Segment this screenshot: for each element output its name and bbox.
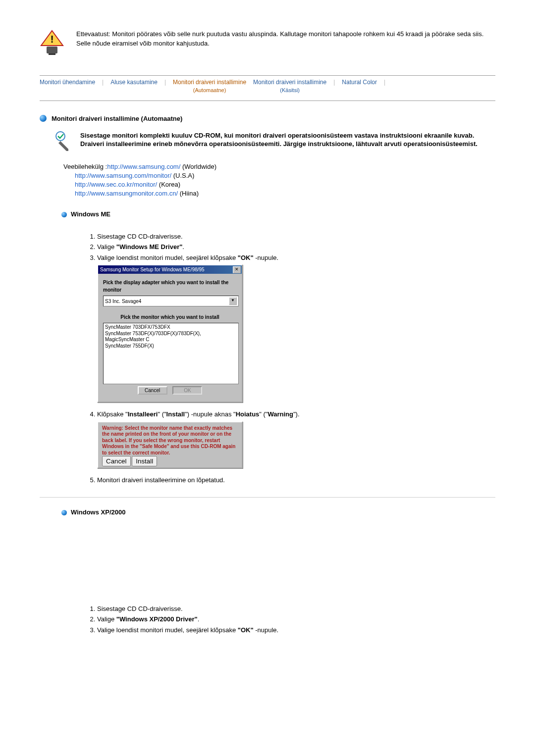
list-item[interactable]: SyncMaster 755DF(X) — [105, 343, 237, 350]
step-bold: Warning — [268, 410, 293, 418]
section-title: Monitori draiveri installimine (Automaat… — [52, 115, 182, 122]
step-bold: Hoiatus — [236, 410, 260, 418]
cancel-button[interactable]: Cancel — [138, 386, 167, 395]
subsection-title: Windows ME — [71, 210, 110, 218]
dialog-titlebar: Samsung Monitor Setup for Windows ME/98/… — [98, 265, 242, 274]
bullet-icon — [40, 115, 47, 122]
tab-install-driver-auto[interactable]: Monitori draiveri installimine (Automaat… — [173, 79, 246, 94]
step-item: Valige "Windows ME Driver". — [97, 242, 495, 252]
step-text: Valige — [97, 615, 116, 623]
adapter-combo[interactable]: S3 Inc. Savage4 ▼ — [103, 296, 239, 306]
dialog-title: Samsung Monitor Setup for Windows ME/98/… — [100, 266, 205, 273]
svg-text:!: ! — [51, 34, 54, 45]
instruction-text: Sisestage monitori komplekti kuuluv CD-R… — [80, 131, 495, 149]
section-windows-me: Windows ME Sisestage CD CD-draiverisse. … — [61, 210, 495, 485]
tab-sublabel: (Automaatne) — [173, 87, 246, 94]
step-text: Klõpsake " — [97, 410, 128, 418]
step-text: Valige — [97, 243, 116, 251]
step-item: Klõpsake "Installeeri" ("Install") -nupu… — [97, 409, 495, 468]
mouse-check-icon — [54, 131, 72, 154]
bullet-icon — [61, 510, 67, 515]
tabs: Monitori ühendamine | Aluse kasutamine |… — [40, 75, 495, 101]
step-item: Valige loendist monitori mudel, seejärel… — [97, 625, 495, 635]
step-item: Monitori draiveri installeerimine on lõp… — [97, 475, 495, 485]
step-text: ") -nupule aknas " — [185, 410, 235, 418]
caution-icon: ! — [40, 30, 64, 55]
caution-text: Ettevaatust: Monitori pöörates võib sell… — [76, 30, 495, 49]
web-link-worldwide[interactable]: http://www.samsung.com/ — [107, 163, 180, 170]
step-item: Valige loendist monitori mudel, seejärel… — [97, 253, 495, 403]
tab-natural-color[interactable]: Natural Color — [342, 79, 377, 87]
step-bold: "Windows ME Driver" — [116, 243, 183, 251]
step-item: Sisestage CD CD-draiverisse. — [97, 232, 495, 242]
tab-label: Monitori draiveri installimine — [173, 79, 246, 86]
steps-me: Sisestage CD CD-draiverisse. Valige "Win… — [83, 232, 495, 485]
tab-separator: | — [333, 79, 335, 86]
step-text: -nupule. — [254, 254, 279, 261]
step-bold: Install — [166, 410, 185, 418]
tab-connect-monitor[interactable]: Monitori ühendamine — [40, 79, 95, 87]
caution-row: ! Ettevaatust: Monitori pöörates võib se… — [40, 30, 495, 55]
instruction-row: Sisestage monitori komplekti kuuluv CD-R… — [54, 131, 495, 154]
divider — [40, 497, 495, 498]
web-region: (Worldwide) — [182, 163, 216, 170]
monitor-label: Pick the monitor which you want to insta… — [103, 313, 237, 321]
web-link-china[interactable]: http://www.samsungmonitor.com.cn/ — [75, 190, 178, 197]
step-text: "). — [293, 410, 300, 418]
step-text: Valige loendist monitori mudel, seejärel… — [97, 626, 238, 634]
step-bold: "Windows XP/2000 Driver" — [116, 615, 198, 623]
install-button[interactable]: Install — [132, 456, 157, 466]
bullet-icon — [61, 212, 67, 217]
chevron-down-icon[interactable]: ▼ — [229, 297, 237, 305]
step-text: -nupule. — [254, 626, 279, 634]
web-link-usa[interactable]: http://www.samsung.com/monitor/ — [75, 172, 171, 179]
monitor-listbox[interactable]: SyncMaster 703DFX/753DFX SyncMaster 753D… — [103, 323, 239, 384]
tab-separator: | — [384, 79, 385, 86]
warning-text: Warning: Select the monitor name that ex… — [102, 425, 238, 456]
subsection-title: Windows XP/2000 — [71, 508, 125, 516]
tab-label: Monitori draiveri installimine — [253, 79, 326, 86]
step-text: Sisestage CD CD-draiverisse. — [97, 233, 183, 240]
steps-xp: Sisestage CD CD-draiverisse. Valige "Win… — [83, 604, 495, 635]
step-text: " (" — [158, 410, 166, 418]
ok-button[interactable]: OK — [172, 386, 202, 395]
step-text: Sisestage CD CD-draiverisse. — [97, 605, 183, 612]
tab-separator: | — [164, 79, 166, 86]
list-item[interactable]: SyncMaster 703DFX/753DFX — [105, 324, 237, 331]
web-label: Veebilehekülg : — [63, 163, 107, 170]
step-bold: "OK" — [238, 254, 254, 261]
monitor-setup-dialog: Samsung Monitor Setup for Windows ME/98/… — [97, 264, 243, 403]
step-bold: "OK" — [238, 626, 254, 634]
step-text: " (" — [259, 410, 268, 418]
web-link-korea[interactable]: http://www.sec.co.kr/monitor/ — [75, 181, 157, 188]
step-bold: Installeeri — [128, 410, 158, 418]
web-region: (Korea) — [159, 181, 180, 188]
step-text: Valige loendist monitori mudel, seejärel… — [97, 254, 238, 261]
step-item: Sisestage CD CD-draiverisse. — [97, 604, 495, 614]
list-item[interactable]: SyncMaster 753DF(X)/703DF(X)/783DF(X), M… — [105, 331, 237, 343]
step-item: Valige "Windows XP/2000 Driver". — [97, 614, 495, 624]
svg-point-4 — [56, 132, 65, 141]
step-text: Monitori draiveri installeerimine on lõp… — [97, 476, 225, 484]
tab-install-driver-manual[interactable]: Monitori draiveri installimine (Käsitsi) — [253, 79, 326, 94]
web-links: Veebilehekülg :http://www.samsung.com/ (… — [63, 162, 495, 199]
web-region: (Hiina) — [180, 190, 199, 197]
section-windows-xp-2000: Windows XP/2000 Sisestage CD CD-draiveri… — [61, 508, 495, 635]
svg-rect-2 — [47, 47, 57, 53]
svg-rect-3 — [49, 53, 55, 55]
section-header: Monitori draiveri installimine (Automaat… — [40, 115, 495, 122]
tab-using-stand[interactable]: Aluse kasutamine — [110, 79, 158, 87]
tab-separator: | — [102, 79, 104, 86]
close-icon[interactable]: ✕ — [233, 266, 241, 273]
combo-value: S3 Inc. Savage4 — [105, 298, 141, 305]
tab-sublabel: (Käsitsi) — [253, 87, 326, 94]
warning-dialog: Warning: Select the monitor name that ex… — [97, 421, 243, 469]
web-region: (U.S.A) — [173, 172, 195, 179]
adapter-label: Pick the display adapter which you want … — [103, 279, 237, 294]
cancel-button[interactable]: Cancel — [102, 456, 131, 466]
